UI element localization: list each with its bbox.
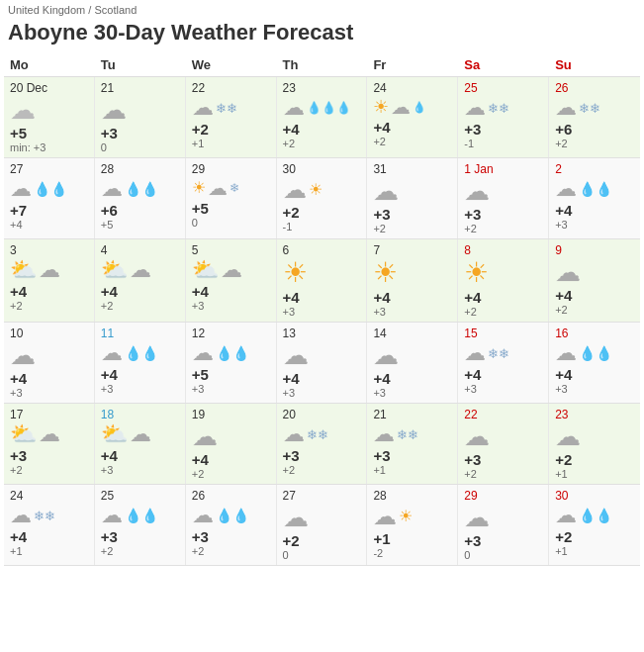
temp-main: +3 <box>101 125 179 141</box>
temp-main: +3 <box>464 451 542 468</box>
day-cell: 22☁+3+2 <box>458 404 549 484</box>
day-cell: 20☁❄❄+3+2 <box>277 404 368 484</box>
weather-icon: ☁💧💧 <box>192 342 270 364</box>
temp-main: +4 <box>555 287 634 304</box>
day-cell: 2☁💧💧+4+3 <box>549 158 640 238</box>
temp-sub: +3 <box>101 383 179 395</box>
day-number: 5 <box>192 243 270 257</box>
day-number: 15 <box>464 326 542 340</box>
weather-icon: ☀☁💧 <box>373 97 451 117</box>
temp-sub: +3 <box>283 387 361 399</box>
temp-main: +3 <box>373 447 451 464</box>
day-number: 9 <box>555 243 634 257</box>
weather-icon: ☁ <box>464 178 542 204</box>
day-cell: 7☀+4+3 <box>367 239 458 322</box>
weather-icon: ☁❄❄ <box>192 97 270 119</box>
day-header-sa: Sa <box>458 53 549 76</box>
day-cell: 20 Dec☁+5min: +3 <box>4 77 95 157</box>
day-cell: 22☁❄❄+2+1 <box>186 77 277 157</box>
weather-icon: ☁ <box>283 342 361 368</box>
day-number: 25 <box>464 81 542 95</box>
temp-main: +2 <box>555 528 634 545</box>
day-number: 12 <box>192 326 270 340</box>
day-cell: 26☁❄❄+6+2 <box>549 77 640 157</box>
temp-sub: +1 <box>10 545 88 557</box>
day-number: 1 Jan <box>464 162 542 176</box>
day-header-mo: Mo <box>4 53 95 76</box>
weather-icon: ☁ <box>10 342 88 368</box>
day-number: 11 <box>101 326 179 340</box>
day-header-tu: Tu <box>95 53 186 76</box>
day-cell: 21☁+30 <box>95 77 186 157</box>
day-number: 26 <box>192 489 270 503</box>
temp-main: +7 <box>10 202 88 219</box>
day-number: 30 <box>555 489 634 503</box>
day-number: 22 <box>464 408 542 421</box>
day-number: 19 <box>192 408 270 421</box>
day-cell: 25☁💧💧+3+2 <box>95 485 186 565</box>
weather-icon: ☁ <box>283 505 361 530</box>
temp-main: +4 <box>192 451 270 468</box>
temp-sub: 0 <box>464 549 542 561</box>
weather-icon: ⛅☁ <box>10 423 88 445</box>
weather-icon: ☁ <box>192 423 270 449</box>
day-cell: 23☁💧💧💧+4+2 <box>277 77 368 157</box>
day-header-fr: Fr <box>367 53 458 76</box>
temp-main: +4 <box>101 447 179 464</box>
day-cell: 26☁💧💧+3+2 <box>186 485 277 565</box>
day-header-we: We <box>186 53 277 76</box>
day-number: 23 <box>283 81 361 95</box>
temp-main: +2 <box>192 121 270 138</box>
temp-main: +4 <box>101 283 179 300</box>
week-row-0: 20 Dec☁+5min: +321☁+3022☁❄❄+2+123☁💧💧💧+4+… <box>4 77 640 158</box>
weather-icon: ☁❄❄ <box>464 97 542 119</box>
weather-icon: ☁ <box>464 505 542 530</box>
day-number: 8 <box>464 243 542 257</box>
temp-sub: -2 <box>373 547 451 559</box>
temp-main: +6 <box>101 202 179 219</box>
weather-icon: ⛅☁ <box>10 259 88 281</box>
temp-sub: +3 <box>192 383 270 395</box>
day-number: 6 <box>283 243 361 257</box>
temp-main: +4 <box>10 528 88 545</box>
day-number: 30 <box>283 162 361 176</box>
day-number: 20 <box>283 408 361 421</box>
day-number: 23 <box>555 408 634 421</box>
day-number: 2 <box>555 162 634 176</box>
weather-icon: ☁💧💧 <box>101 342 179 364</box>
temp-main: +3 <box>101 528 179 545</box>
temp-main: +4 <box>283 289 361 306</box>
day-number: 4 <box>101 243 179 257</box>
weather-icon: ☁❄❄ <box>464 342 542 364</box>
temp-sub: +3 <box>555 383 634 395</box>
temp-sub: +2 <box>555 304 634 316</box>
temp-main: +5 <box>192 200 270 217</box>
day-cell: 30☁☀+2-1 <box>277 158 368 238</box>
weather-icon: ☁💧💧 <box>555 505 634 526</box>
day-number: 28 <box>101 162 179 176</box>
weather-icon: ☀ <box>283 259 361 287</box>
temp-main: +4 <box>10 370 88 387</box>
temp-sub: -1 <box>283 221 361 233</box>
day-cell: 5⛅☁+4+3 <box>186 239 277 322</box>
weather-icon: ☁ <box>101 97 179 123</box>
day-cell: 19☁+4+2 <box>186 404 277 484</box>
weather-icon: ⛅☁ <box>101 259 179 281</box>
day-number: 3 <box>10 243 88 257</box>
day-cell: 30☁💧💧+2+1 <box>549 485 640 565</box>
temp-main: +4 <box>555 366 634 383</box>
day-cell: 4⛅☁+4+2 <box>95 239 186 322</box>
temp-sub: +2 <box>464 306 542 318</box>
day-cell: 15☁❄❄+4+3 <box>458 323 549 403</box>
day-cell: 24☀☁💧+4+2 <box>367 77 458 157</box>
day-header-th: Th <box>277 53 368 76</box>
day-number: 27 <box>283 489 361 503</box>
day-number: 16 <box>555 326 634 340</box>
temp-sub: +2 <box>101 300 179 312</box>
weather-icon: ☁❄❄ <box>373 423 451 445</box>
day-cell: 3⛅☁+4+2 <box>4 239 95 322</box>
day-number: 24 <box>373 81 451 95</box>
day-cell: 11☁💧💧+4+3 <box>95 323 186 403</box>
temp-sub: +3 <box>373 306 451 318</box>
weather-icon: ☁❄❄ <box>555 97 634 119</box>
